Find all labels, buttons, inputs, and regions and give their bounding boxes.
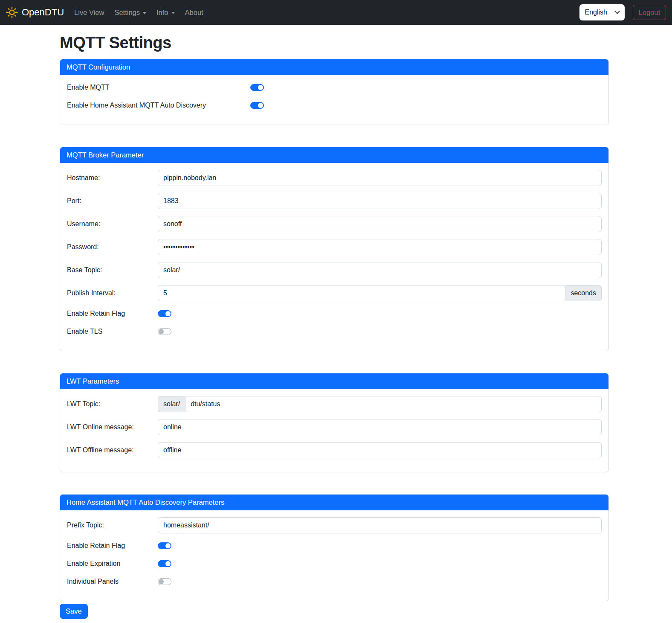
form-row-base-topic: Base Topic:	[67, 262, 602, 278]
prefix-topic-label: Prefix Topic:	[67, 521, 158, 529]
form-row-username: Username:	[67, 216, 602, 232]
nav-links: Live View Settings Info About	[69, 5, 209, 20]
publish-interval-unit-addon: seconds	[565, 285, 602, 301]
port-field[interactable]	[158, 193, 602, 209]
port-control	[158, 193, 602, 209]
form-row-enable-tls: Enable TLS	[67, 326, 602, 337]
card-hass-discovery-parameters-header: Home Assistant MQTT Auto Discovery Param…	[60, 494, 609, 510]
brand-link[interactable]: OpenDTU	[6, 6, 64, 18]
switch-knob	[258, 103, 263, 108]
card-mqtt-broker-parameter-header: MQTT Broker Parameter	[60, 147, 609, 163]
brand-label: OpenDTU	[22, 7, 64, 18]
nav-live-view[interactable]: Live View	[71, 5, 107, 20]
lwt-online-label: LWT Online message:	[67, 423, 158, 431]
main-content: MQTT Settings MQTT Configuration Enable …	[60, 34, 609, 619]
navbar: OpenDTU Live View Settings Info About En…	[0, 0, 672, 25]
nav-live-view-label: Live View	[74, 9, 104, 17]
nav-about[interactable]: About	[182, 5, 207, 20]
publish-interval-control: seconds	[158, 285, 602, 301]
card-mqtt-configuration-body: Enable MQTT Enable Home Assistant MQTT A…	[60, 75, 608, 125]
form-row-port: Port:	[67, 193, 602, 209]
form-row-hass-retain: Enable Retain Flag	[67, 540, 602, 551]
form-row-lwt-online: LWT Online message:	[67, 419, 602, 435]
nav-settings-label: Settings	[114, 9, 140, 17]
form-row-individual-panels: Individual Panels	[67, 576, 602, 587]
card-hass-discovery-parameters: Home Assistant MQTT Auto Discovery Param…	[60, 494, 609, 601]
form-row-lwt-topic: LWT Topic: solar/	[67, 396, 602, 412]
lwt-online-field[interactable]	[158, 419, 602, 435]
enable-mqtt-label: Enable MQTT	[67, 84, 250, 91]
navbar-right: English Logout	[579, 4, 666, 20]
enable-mqtt-toggle[interactable]	[250, 84, 264, 91]
port-label: Port:	[67, 197, 158, 205]
save-button[interactable]: Save	[60, 604, 88, 619]
individual-panels-control	[158, 578, 602, 585]
card-mqtt-configuration: MQTT Configuration Enable MQTT Enable Ho…	[60, 59, 609, 125]
chevron-down-icon	[171, 12, 175, 14]
lwt-online-control	[158, 419, 602, 435]
enable-tls-control	[158, 328, 602, 335]
base-topic-field[interactable]	[158, 262, 602, 278]
lwt-topic-group: solar/	[158, 396, 602, 412]
language-selected-value: English	[585, 9, 607, 16]
switch-knob	[258, 85, 263, 90]
enable-hass-discovery-toggle[interactable]	[250, 102, 264, 109]
publish-interval-label: Publish Interval:	[67, 289, 158, 297]
prefix-topic-field[interactable]	[158, 517, 602, 533]
form-row-hass-expiration: Enable Expiration	[67, 558, 602, 569]
switch-knob	[165, 561, 171, 566]
enable-hass-discovery-label: Enable Home Assistant MQTT Auto Discover…	[67, 102, 250, 109]
switch-knob	[159, 579, 164, 584]
hostname-control	[158, 170, 602, 186]
hass-expiration-label: Enable Expiration	[67, 560, 158, 568]
enable-retain-toggle[interactable]	[158, 310, 171, 317]
hass-expiration-control	[158, 560, 602, 567]
hostname-field[interactable]	[158, 170, 602, 186]
form-row-password: Password:	[67, 239, 602, 255]
password-control	[158, 239, 602, 255]
language-select[interactable]: English	[579, 4, 625, 20]
base-topic-control	[158, 262, 602, 278]
card-lwt-parameters-header: LWT Parameters	[60, 373, 609, 389]
individual-panels-toggle[interactable]	[158, 578, 171, 585]
individual-panels-label: Individual Panels	[67, 578, 158, 585]
lwt-offline-label: LWT Offline message:	[67, 446, 158, 454]
nav-settings[interactable]: Settings	[111, 5, 150, 20]
lwt-topic-field[interactable]	[185, 396, 602, 412]
card-lwt-parameters: LWT Parameters LWT Topic: solar/ LWT Onl…	[60, 373, 609, 472]
card-mqtt-broker-parameter-body: Hostname: Port: Username: Password:	[60, 163, 608, 351]
logout-button[interactable]: Logout	[633, 5, 666, 20]
enable-retain-label: Enable Retain Flag	[67, 310, 158, 317]
switch-knob	[165, 311, 171, 316]
lwt-topic-control: solar/	[158, 396, 602, 412]
form-row-prefix-topic: Prefix Topic:	[67, 517, 602, 533]
switch-knob	[159, 329, 164, 334]
hass-retain-control	[158, 542, 602, 549]
switch-knob	[165, 543, 171, 548]
card-lwt-parameters-body: LWT Topic: solar/ LWT Online message: LW…	[60, 389, 608, 472]
enable-tls-toggle[interactable]	[158, 328, 171, 335]
nav-about-label: About	[185, 9, 203, 17]
card-mqtt-configuration-header: MQTT Configuration	[60, 59, 609, 75]
publish-interval-field[interactable]	[158, 285, 565, 301]
form-row-enable-hass-discovery: Enable Home Assistant MQTT Auto Discover…	[67, 100, 602, 111]
chevron-down-icon	[143, 12, 146, 14]
enable-hass-discovery-control	[250, 102, 602, 109]
sun-icon	[6, 6, 18, 18]
nav-info-label: Info	[156, 9, 168, 17]
hass-retain-toggle[interactable]	[158, 542, 171, 549]
hass-expiration-toggle[interactable]	[158, 560, 171, 567]
hass-retain-label: Enable Retain Flag	[67, 542, 158, 550]
lwt-offline-field[interactable]	[158, 442, 602, 458]
card-mqtt-broker-parameter: MQTT Broker Parameter Hostname: Port: Us…	[60, 147, 609, 351]
nav-info[interactable]: Info	[153, 5, 178, 20]
enable-mqtt-control	[250, 84, 602, 91]
username-field[interactable]	[158, 216, 602, 232]
enable-tls-label: Enable TLS	[67, 328, 158, 335]
chevron-down-icon	[614, 9, 620, 14]
password-field[interactable]	[158, 239, 602, 255]
form-row-publish-interval: Publish Interval: seconds	[67, 285, 602, 301]
base-topic-label: Base Topic:	[67, 266, 158, 274]
form-row-enable-retain: Enable Retain Flag	[67, 308, 602, 319]
lwt-topic-prefix-addon: solar/	[158, 396, 185, 412]
